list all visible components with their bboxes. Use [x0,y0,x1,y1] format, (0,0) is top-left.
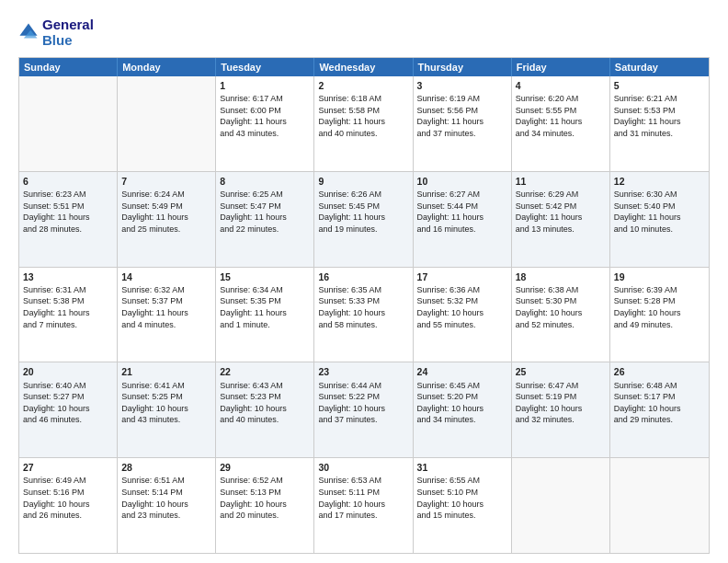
day-info: Sunrise: 6:19 AM Sunset: 5:56 PM Dayligh… [417,93,507,139]
calendar-header-cell: Thursday [414,58,512,76]
day-info: Sunrise: 6:45 AM Sunset: 5:20 PM Dayligh… [417,380,507,426]
calendar-row: 27Sunrise: 6:49 AM Sunset: 5:16 PM Dayli… [19,458,709,553]
day-info: Sunrise: 6:44 AM Sunset: 5:22 PM Dayligh… [318,380,408,426]
day-info: Sunrise: 6:35 AM Sunset: 5:33 PM Dayligh… [318,284,408,330]
day-info: Sunrise: 6:51 AM Sunset: 5:14 PM Dayligh… [121,475,211,521]
day-info: Sunrise: 6:26 AM Sunset: 5:45 PM Dayligh… [318,189,408,235]
day-number: 8 [220,175,310,188]
calendar-cell: 12Sunrise: 6:30 AM Sunset: 5:40 PM Dayli… [610,172,709,267]
day-info: Sunrise: 6:18 AM Sunset: 5:58 PM Dayligh… [318,93,408,139]
day-info: Sunrise: 6:34 AM Sunset: 5:35 PM Dayligh… [220,284,310,330]
day-number: 15 [220,270,310,283]
day-number: 16 [318,270,408,283]
calendar-cell: 30Sunrise: 6:53 AM Sunset: 5:11 PM Dayli… [314,458,413,553]
day-info: Sunrise: 6:32 AM Sunset: 5:37 PM Dayligh… [121,284,211,330]
day-info: Sunrise: 6:29 AM Sunset: 5:42 PM Dayligh… [516,189,606,235]
calendar-cell: 31Sunrise: 6:55 AM Sunset: 5:10 PM Dayli… [414,458,512,553]
day-info: Sunrise: 6:20 AM Sunset: 5:55 PM Dayligh… [516,93,606,139]
calendar-cell: 10Sunrise: 6:27 AM Sunset: 5:44 PM Dayli… [414,172,512,267]
logo-text: General Blue [42,17,94,48]
day-number: 3 [417,79,507,92]
calendar-cell: 20Sunrise: 6:40 AM Sunset: 5:27 PM Dayli… [19,362,118,457]
calendar-cell [610,458,709,553]
day-info: Sunrise: 6:43 AM Sunset: 5:23 PM Dayligh… [220,380,310,426]
calendar-header-cell: Saturday [610,58,709,76]
calendar-row: 6Sunrise: 6:23 AM Sunset: 5:51 PM Daylig… [19,172,709,268]
day-info: Sunrise: 6:27 AM Sunset: 5:44 PM Dayligh… [417,189,507,235]
day-info: Sunrise: 6:24 AM Sunset: 5:49 PM Dayligh… [121,189,211,235]
day-number: 28 [121,461,211,474]
calendar-header-cell: Tuesday [216,58,314,76]
day-number: 6 [23,175,113,188]
day-number: 9 [318,175,408,188]
day-number: 24 [417,365,507,378]
header: General Blue [18,17,710,48]
calendar-cell [118,76,216,171]
calendar-cell [512,458,610,553]
calendar-cell: 3Sunrise: 6:19 AM Sunset: 5:56 PM Daylig… [414,76,512,171]
day-number: 31 [417,461,507,474]
page: General Blue SundayMondayTuesdayWednesda… [0,0,728,563]
day-number: 30 [318,461,408,474]
day-number: 13 [23,270,113,283]
calendar-cell: 25Sunrise: 6:47 AM Sunset: 5:19 PM Dayli… [512,362,610,457]
day-number: 19 [614,270,705,283]
calendar-cell: 29Sunrise: 6:52 AM Sunset: 5:13 PM Dayli… [216,458,314,553]
calendar-cell: 13Sunrise: 6:31 AM Sunset: 5:38 PM Dayli… [19,268,118,362]
calendar-cell: 8Sunrise: 6:25 AM Sunset: 5:47 PM Daylig… [216,172,314,267]
calendar-header-cell: Friday [512,58,610,76]
calendar-header-row: SundayMondayTuesdayWednesdayThursdayFrid… [19,58,709,76]
day-info: Sunrise: 6:53 AM Sunset: 5:11 PM Dayligh… [318,475,408,521]
day-number: 7 [121,175,211,188]
day-info: Sunrise: 6:48 AM Sunset: 5:17 PM Dayligh… [614,380,705,426]
day-info: Sunrise: 6:47 AM Sunset: 5:19 PM Dayligh… [516,380,606,426]
calendar-cell: 15Sunrise: 6:34 AM Sunset: 5:35 PM Dayli… [216,268,314,362]
day-info: Sunrise: 6:40 AM Sunset: 5:27 PM Dayligh… [23,380,113,426]
day-number: 20 [23,365,113,378]
calendar-cell: 7Sunrise: 6:24 AM Sunset: 5:49 PM Daylig… [118,172,216,267]
day-number: 2 [318,79,408,92]
day-info: Sunrise: 6:49 AM Sunset: 5:16 PM Dayligh… [23,475,113,521]
calendar-header-cell: Wednesday [314,58,413,76]
calendar-cell: 21Sunrise: 6:41 AM Sunset: 5:25 PM Dayli… [118,362,216,457]
calendar-cell: 9Sunrise: 6:26 AM Sunset: 5:45 PM Daylig… [314,172,413,267]
calendar-cell: 6Sunrise: 6:23 AM Sunset: 5:51 PM Daylig… [19,172,118,267]
calendar-cell: 18Sunrise: 6:38 AM Sunset: 5:30 PM Dayli… [512,268,610,362]
day-info: Sunrise: 6:31 AM Sunset: 5:38 PM Dayligh… [23,284,113,330]
day-info: Sunrise: 6:55 AM Sunset: 5:10 PM Dayligh… [417,475,507,521]
logo-icon [18,22,39,42]
day-info: Sunrise: 6:38 AM Sunset: 5:30 PM Dayligh… [516,284,606,330]
day-info: Sunrise: 6:25 AM Sunset: 5:47 PM Dayligh… [220,189,310,235]
calendar-cell: 19Sunrise: 6:39 AM Sunset: 5:28 PM Dayli… [610,268,709,362]
day-info: Sunrise: 6:36 AM Sunset: 5:32 PM Dayligh… [417,284,507,330]
day-number: 11 [516,175,606,188]
day-number: 18 [516,270,606,283]
day-number: 25 [516,365,606,378]
calendar-header-cell: Monday [118,58,216,76]
day-info: Sunrise: 6:30 AM Sunset: 5:40 PM Dayligh… [614,189,705,235]
calendar-row: 1Sunrise: 6:17 AM Sunset: 6:00 PM Daylig… [19,76,709,172]
calendar-header-cell: Sunday [19,58,118,76]
calendar: SundayMondayTuesdayWednesdayThursdayFrid… [18,57,710,554]
calendar-cell: 27Sunrise: 6:49 AM Sunset: 5:16 PM Dayli… [19,458,118,553]
calendar-cell: 22Sunrise: 6:43 AM Sunset: 5:23 PM Dayli… [216,362,314,457]
day-info: Sunrise: 6:39 AM Sunset: 5:28 PM Dayligh… [614,284,705,330]
calendar-cell: 4Sunrise: 6:20 AM Sunset: 5:55 PM Daylig… [512,76,610,171]
calendar-cell: 1Sunrise: 6:17 AM Sunset: 6:00 PM Daylig… [216,76,314,171]
day-number: 17 [417,270,507,283]
calendar-body: 1Sunrise: 6:17 AM Sunset: 6:00 PM Daylig… [19,76,709,553]
day-info: Sunrise: 6:41 AM Sunset: 5:25 PM Dayligh… [121,380,211,426]
calendar-cell [19,76,118,171]
calendar-cell: 28Sunrise: 6:51 AM Sunset: 5:14 PM Dayli… [118,458,216,553]
day-number: 4 [516,79,606,92]
calendar-row: 13Sunrise: 6:31 AM Sunset: 5:38 PM Dayli… [19,268,709,363]
day-number: 22 [220,365,310,378]
day-number: 5 [614,79,705,92]
calendar-cell: 26Sunrise: 6:48 AM Sunset: 5:17 PM Dayli… [610,362,709,457]
calendar-cell: 11Sunrise: 6:29 AM Sunset: 5:42 PM Dayli… [512,172,610,267]
day-number: 27 [23,461,113,474]
day-number: 1 [220,79,310,92]
calendar-cell: 23Sunrise: 6:44 AM Sunset: 5:22 PM Dayli… [314,362,413,457]
day-number: 23 [318,365,408,378]
day-number: 10 [417,175,507,188]
